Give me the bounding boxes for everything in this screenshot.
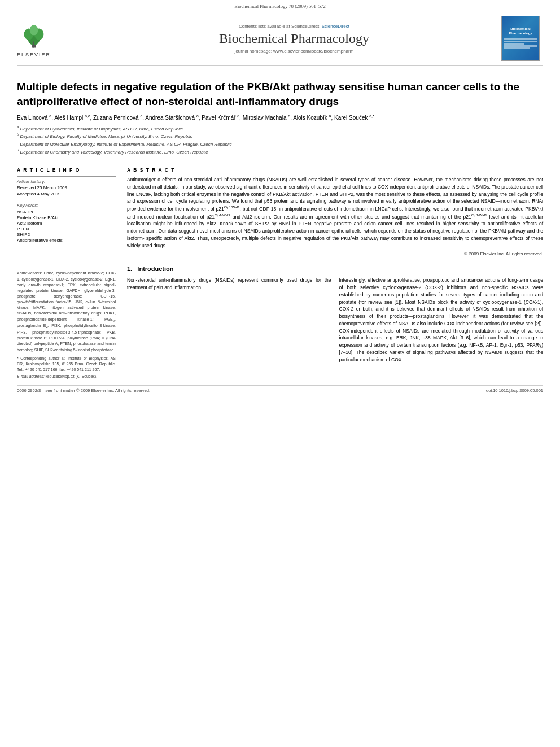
page-wrapper: Biochemical Pharmacology 78 (2009) 561–5… [0, 0, 560, 747]
header-center: Contents lists available at ScienceDirec… [90, 16, 498, 61]
body-right: 1. Introduction Non-steroidal anti-infla… [127, 265, 543, 379]
intro-paragraph-right: Interestingly, effective antiproliferati… [339, 277, 544, 363]
sciencedirect-line: Contents lists available at ScienceDirec… [239, 24, 349, 29]
article-info-abstract-layout: A R T I C L E I N F O Article history: R… [17, 167, 543, 256]
keyword-2: Protein Kinase B/Akt [17, 215, 116, 220]
intro-number: 1. [127, 265, 132, 272]
main-content: Multiple defects in negative regulation … [0, 66, 560, 379]
body-two-col: Non-steroidal anti-inflammatory drugs (N… [127, 277, 543, 363]
header-right: BiochemicalPharmacology [498, 16, 543, 61]
body-sub-left: Non-steroidal anti-inflammatory drugs (N… [127, 277, 331, 363]
copyright-line: © 2009 Elsevier Inc. All rights reserved… [127, 251, 543, 256]
received-date: Received 25 March 2009 [17, 185, 116, 190]
doi-text: doi:10.1016/j.bcp.2009.05.001 [486, 388, 543, 393]
header-left: ELSEVIER [17, 16, 90, 61]
sciencedirect-link[interactable]: ScienceDirect [322, 24, 349, 29]
elsevier-logo: ELSEVIER [17, 20, 51, 58]
affiliation-d: d Department of Chemistry and Toxicology… [17, 148, 543, 156]
body-content: Abbreviations: Cdk2, cyclin-dependent ki… [17, 265, 543, 379]
affiliations: a Department of Cytokinetics, Institute … [17, 125, 543, 156]
left-divider-2 [17, 199, 116, 199]
keyword-6: Antiproliferative effects [17, 238, 116, 243]
article-info-col: A R T I C L E I N F O Article history: R… [17, 167, 116, 256]
abstract-heading: A B S T R A C T [127, 167, 543, 173]
footnotes-box: Abbreviations: Cdk2, cyclin-dependent ki… [17, 268, 116, 379]
journal-title: Biochemical Pharmacology [219, 31, 369, 46]
keyword-3: Akt2 isoform [17, 221, 116, 226]
article-title: Multiple defects in negative regulation … [17, 80, 543, 108]
left-divider-1 [17, 176, 116, 177]
corresponding-author-text: * Corresponding author at: Institute of … [17, 356, 116, 373]
abstract-text: Antitumorigenic effects of non-steroidal… [127, 176, 543, 249]
keyword-4: PTEN [17, 226, 116, 231]
journal-cover-title: BiochemicalPharmacology [509, 27, 532, 36]
header-area: ELSEVIER Contents lists available at Sci… [17, 11, 543, 66]
abstract-col: A B S T R A C T Antitumorigenic effects … [127, 167, 543, 256]
affiliation-b: b Department of Biology, Faculty of Medi… [17, 132, 543, 140]
article-info-heading: A R T I C L E I N F O [17, 167, 116, 173]
body-sub-right: Interestingly, effective antiproliferati… [339, 277, 544, 363]
issn-text: 0006-2952/$ – see front matter © 2009 El… [17, 388, 150, 393]
journal-cover: BiochemicalPharmacology [501, 16, 540, 61]
journal-citation: Biochemical Pharmacology 78 (2009) 561–5… [234, 3, 325, 9]
keywords-label: Keywords: [17, 203, 116, 208]
svg-point-4 [30, 25, 38, 35]
keyword-5: SHIP2 [17, 232, 116, 237]
body-left: Abbreviations: Cdk2, cyclin-dependent ki… [17, 265, 116, 379]
journal-homepage: journal homepage: www.elsevier.com/locat… [235, 49, 354, 54]
affiliation-a: a Department of Cytokinetics, Institute … [17, 125, 543, 133]
authors-line: Eva Lincová a, Aleš Hampl b,c, Zuzana Pe… [17, 114, 543, 121]
journal-cover-decoration [504, 38, 537, 50]
email-text: E-mail address: ksoucek@ibp.cz (K. Souče… [17, 374, 116, 379]
keyword-1: NSAIDs [17, 209, 116, 215]
divider-1 [17, 161, 543, 161]
elsevier-label: ELSEVIER [17, 52, 51, 58]
elsevier-tree-icon [17, 20, 51, 51]
affiliation-c: c Department of Molecular Embryology, In… [17, 140, 543, 148]
top-bar: Biochemical Pharmacology 78 (2009) 561–5… [0, 0, 560, 11]
intro-paragraph-left: Non-steroidal anti-inflammatory drugs (N… [127, 277, 331, 291]
intro-heading: 1. Introduction [127, 265, 543, 272]
accepted-date: Accepted 4 May 2009 [17, 191, 116, 196]
abbreviations-text: Abbreviations: Cdk2, cyclin-dependent ki… [17, 270, 116, 352]
history-label: Article history: [17, 179, 116, 184]
bottom-bar: 0006-2952/$ – see front matter © 2009 El… [17, 385, 543, 395]
